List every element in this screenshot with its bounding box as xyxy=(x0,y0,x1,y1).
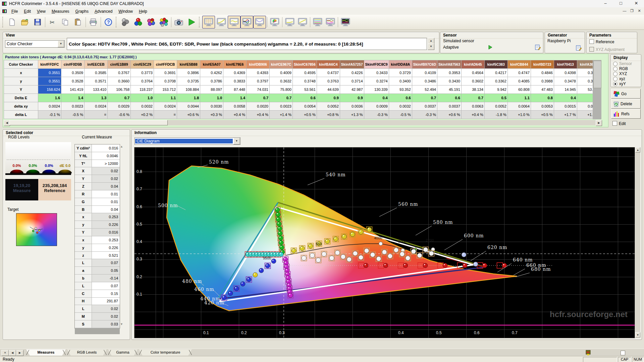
tab-color-temperature[interactable]: Color temperature xyxy=(139,349,192,356)
table-cell[interactable]: 38.134 xyxy=(461,85,484,94)
table-cell[interactable]: 141.419 xyxy=(61,85,85,94)
view-cie-diagram-icon[interactable] xyxy=(268,16,281,28)
paste-icon[interactable] xyxy=(72,16,85,28)
table-cell[interactable]: 0.4595 xyxy=(293,69,317,77)
column-header[interactable]: Skin#A87563 xyxy=(437,60,462,69)
table-cell[interactable]: 0.0023 xyxy=(270,102,293,111)
table-cell[interactable]: 52.494 xyxy=(412,85,437,94)
table-cell[interactable]: 0.0024 xyxy=(85,102,108,111)
measure-value[interactable]: 0.03 xyxy=(92,320,120,328)
scroll-down-button[interactable]: ▼ xyxy=(635,332,640,338)
measure-balls-color-icon[interactable] xyxy=(145,16,157,28)
table-cell[interactable]: 0.3362 xyxy=(484,77,507,85)
chevron-down-icon[interactable]: ▼ xyxy=(58,41,64,47)
table-cell[interactable]: 0.4846 xyxy=(531,69,554,77)
table-cell[interactable]: -0.3 % xyxy=(412,111,437,119)
view-multi-curves-icon[interactable] xyxy=(324,16,337,28)
table-cell[interactable]: 0.4398 xyxy=(554,69,577,77)
menu-file[interactable]: File xyxy=(8,8,21,14)
measure-value[interactable]: 0.04 xyxy=(92,183,120,190)
table-cell[interactable]: 0.3833 xyxy=(223,77,247,85)
table-cell[interactable]: 0.0063 xyxy=(461,102,484,111)
table-cell[interactable]: 0.0053 xyxy=(531,102,554,111)
table-cell[interactable]: 1.4 xyxy=(223,94,247,102)
measure-value[interactable]: 0.253 xyxy=(92,236,120,244)
table-cell[interactable]: +1.4 % xyxy=(270,111,293,119)
table-cell[interactable]: 0.0054 xyxy=(293,102,317,111)
table-cell[interactable]: 0.3767 xyxy=(108,69,131,77)
table-cell[interactable]: 0.3551 xyxy=(38,69,61,77)
table-cell[interactable]: 0.0029 xyxy=(108,102,131,111)
table-cell[interactable]: +1.0 % xyxy=(507,111,531,119)
display-option-XYZ[interactable]: XYZ xyxy=(613,71,641,76)
menu-graphs[interactable]: Graphs xyxy=(72,8,92,14)
tab-rgb-levels[interactable]: RGB Levels xyxy=(67,349,107,356)
table-cell[interactable]: 158.624 xyxy=(38,85,61,94)
parameters-checkbox[interactable]: Reference xyxy=(589,39,625,45)
measure-value[interactable]: 0.226 xyxy=(92,244,120,251)
open-folder-icon[interactable] xyxy=(18,16,31,28)
table-cell[interactable]: -0.1 % xyxy=(38,111,61,119)
table-cell[interactable]: 0.7 xyxy=(108,94,131,102)
run-measures-icon[interactable] xyxy=(185,16,198,28)
table-cell[interactable]: +0.6 % xyxy=(177,111,200,119)
table-cell[interactable]: 0.6 xyxy=(389,94,412,102)
measure-value[interactable]: 0.15 xyxy=(92,290,120,297)
table-cell[interactable]: 1.8 xyxy=(177,94,200,102)
view-gamma-icon[interactable] xyxy=(215,16,228,28)
cut-icon[interactable]: ✂ xyxy=(46,16,59,28)
table-cell[interactable]: 0.4 xyxy=(364,94,389,102)
table-cell[interactable]: 133.410 xyxy=(85,85,108,94)
measure-value[interactable]: 0.07 xyxy=(92,259,120,266)
table-cell[interactable]: 0.3433 xyxy=(364,69,389,77)
radio-icon[interactable] xyxy=(613,77,618,81)
table-cell[interactable]: 0.3509 xyxy=(61,69,85,77)
menu-advanced[interactable]: Advanced xyxy=(92,8,115,14)
measure-balls-group-icon[interactable] xyxy=(157,16,170,28)
table-cell[interactable]: 0.4393 xyxy=(247,69,270,77)
table-cell[interactable]: 0.3708 xyxy=(154,77,177,85)
table-cell[interactable]: 0.4369 xyxy=(223,69,247,77)
table-cell[interactable]: 1.6 xyxy=(38,94,61,102)
table-vertical-scrollbar[interactable] xyxy=(593,60,601,119)
table-cell[interactable]: 0.0024 xyxy=(38,102,61,111)
table-cell[interactable]: +1.7 % xyxy=(554,111,577,119)
sensor-play-icon[interactable] xyxy=(488,45,493,50)
table-cell[interactable]: 0.0036 xyxy=(340,102,364,111)
radio-icon[interactable] xyxy=(613,82,618,86)
table-cell[interactable]: 0.3551 xyxy=(38,77,61,85)
table-cell[interactable]: 0.4262 xyxy=(200,69,223,77)
table-cell[interactable]: 106.758 xyxy=(108,85,131,94)
measure-value[interactable]: 0.521 xyxy=(92,252,120,259)
measure-value[interactable]: 0.226 xyxy=(92,221,120,228)
table-cell[interactable]: 0.4009 xyxy=(270,69,293,77)
menu-edit[interactable]: Edit xyxy=(21,8,34,14)
column-header[interactable]: Skin#F0C8C9 xyxy=(364,60,389,69)
table-cell[interactable]: = xyxy=(85,111,108,119)
table-corner-header[interactable]: Color Checker xyxy=(4,60,38,69)
measure-value[interactable]: 0.02 xyxy=(92,167,120,175)
camera-icon[interactable] xyxy=(172,16,185,28)
column-header[interactable]: kin#BD723 xyxy=(531,60,554,69)
copy-icon[interactable] xyxy=(59,16,72,28)
new-file-icon[interactable] xyxy=(6,16,18,28)
table-cell[interactable]: 1.0 xyxy=(131,94,154,102)
measure-value[interactable]: -0.14 xyxy=(92,275,120,282)
table-cell[interactable]: -0.3 % xyxy=(364,111,389,119)
view-color-curves-icon[interactable] xyxy=(240,16,253,28)
table-cell[interactable]: 1.0 xyxy=(200,94,223,102)
table-cell[interactable]: 0.0037 xyxy=(412,102,437,111)
column-header[interactable]: Skin#A57257 xyxy=(340,60,364,69)
table-cell[interactable]: 0.0032 xyxy=(389,102,412,111)
table-cell[interactable]: 1.4 xyxy=(61,94,85,102)
table-cell[interactable]: 0.3660 xyxy=(108,77,131,85)
table-cell[interactable]: 0.4737 xyxy=(317,69,340,77)
table-cell[interactable]: 0.0032 xyxy=(131,102,154,111)
table-cell[interactable]: +1.3 % xyxy=(340,111,364,119)
checkbox-icon[interactable] xyxy=(612,121,617,126)
column-header[interactable]: kin#E5B88 xyxy=(177,60,200,69)
measure-value[interactable]: 0.05 xyxy=(92,267,120,274)
edit-checkbox[interactable]: Edit xyxy=(612,120,626,126)
measure-value[interactable]: 0.016 xyxy=(92,229,120,236)
table-cell[interactable]: 0.6 xyxy=(437,94,462,102)
